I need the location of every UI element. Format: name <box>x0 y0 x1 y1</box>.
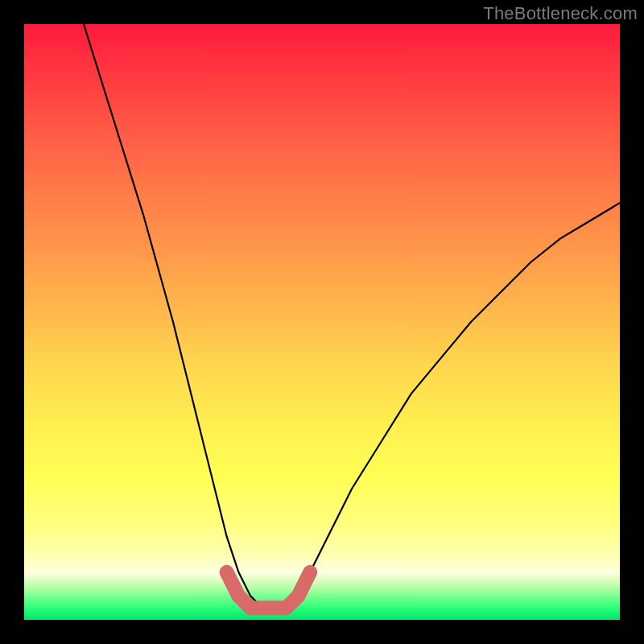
plot-area <box>24 24 620 620</box>
chart-svg <box>24 24 620 620</box>
bottleneck-curve <box>84 24 620 608</box>
watermark-text: TheBottleneck.com <box>483 3 638 24</box>
bottom-highlight <box>227 572 311 608</box>
chart-frame: TheBottleneck.com <box>0 0 644 644</box>
